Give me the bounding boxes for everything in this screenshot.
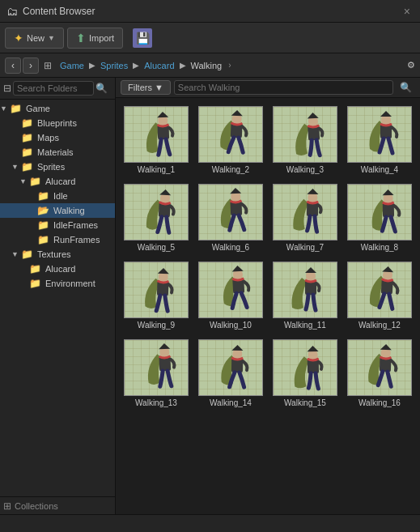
asset-item-w14[interactable]: Walking_14 [195,336,266,411]
tree-item-label: Maps [37,133,59,143]
content-search-icon[interactable]: 🔍 [397,80,415,95]
forward-button[interactable]: › [23,57,39,74]
asset-thumbnail [347,106,412,163]
asset-thumbnail [198,262,263,318]
asset-item-w4[interactable]: Walking_4 [344,103,415,177]
new-label: New [27,33,45,43]
sidebar-item-materials[interactable]: 📁Materials [0,145,115,160]
options-button[interactable]: ⚙ [407,60,415,70]
asset-thumbnail [124,262,189,318]
collections-icon: ⊞ [3,500,11,512]
sidebar: ⊟ 🔍 ▼📁Game📁Blueprints📁Maps📁Materials▼📁Sp… [0,78,116,514]
folder-icon: 📁 [37,190,49,202]
sidebar-item-runframes[interactable]: 📁RunFrames [0,232,115,247]
filters-arrow: ▼ [155,83,163,92]
asset-item-w12[interactable]: Walking_12 [344,258,415,333]
content-search-input[interactable] [174,80,393,95]
main-layout: ⊟ 🔍 ▼📁Game📁Blueprints📁Maps📁Materials▼📁Sp… [0,78,420,514]
asset-label: Walking_3 [273,165,337,174]
sidebar-item-alucard[interactable]: ▼📁Alucard [0,174,115,189]
sidebar-item-idle[interactable]: 📁Idle [0,189,115,203]
tree-item-label: Idle [53,191,68,201]
sidebar-item-textures[interactable]: ▼📁Textures [0,247,115,262]
sidebar-item-alucard-tex[interactable]: 📁Alucard [0,262,115,276]
asset-item-w3[interactable]: Walking_3 [269,103,341,177]
asset-label: Walking_14 [198,398,263,407]
asset-item-w1[interactable]: Walking_1 [121,103,192,177]
asset-item-w2[interactable]: Walking_2 [195,103,266,177]
tree-item-label: Sprites [37,162,65,172]
asset-item-w5[interactable]: Walking_5 [121,181,192,255]
asset-item-w13[interactable]: Walking_13 [121,336,192,411]
asset-item-w11[interactable]: Walking_11 [269,258,341,333]
new-icon: ✦ [14,32,23,45]
sidebar-item-walking[interactable]: 📂Walking [0,203,115,218]
asset-label: Walking_12 [347,321,412,330]
filters-button[interactable]: Filters ▼ [121,80,171,95]
sprite-icon [281,186,329,239]
toolbar: ✦ New ▼ ⬆ Import 💾 [0,23,420,53]
back-button[interactable]: ‹ [5,57,21,74]
sidebar-item-environment[interactable]: 📁Environment [0,276,115,291]
save-button[interactable]: 💾 [133,28,152,48]
asset-thumbnail [347,184,412,240]
tree-item-label: Materials [37,147,74,157]
import-icon: ⬆ [76,32,86,45]
asset-thumbnail [198,339,263,396]
import-button[interactable]: ⬆ Import [67,28,123,49]
breadcrumb: ‹ › ⊞ Game ▶ Sprites ▶ Alucard ▶ Walking… [0,53,420,78]
asset-thumbnail [273,184,337,240]
asset-thumbnail [198,106,263,163]
window-title: Content Browser [23,6,396,17]
sidebar-item-idleframes[interactable]: 📁IdleFrames [0,218,115,232]
folder-icon: 📁 [21,161,33,172]
folder-icon: 📁 [21,132,33,143]
tree-arrow: ▼ [11,250,19,258]
tree-arrow: ▼ [11,163,19,171]
new-button[interactable]: ✦ New ▼ [5,28,64,49]
breadcrumb-alucard[interactable]: Alucard [141,59,177,72]
tree-arrow: ▼ [0,104,8,113]
sidebar-item-maps[interactable]: 📁Maps [0,130,115,145]
sprite-icon [355,109,404,161]
tree-item-label: Alucard [45,177,75,186]
breadcrumb-sprites[interactable]: Sprites [97,59,131,72]
close-button[interactable]: × [401,5,414,18]
folder-icon: 📁 [21,147,33,158]
asset-item-w16[interactable]: Walking_16 [344,336,415,411]
folder-icon: 📁 [10,103,22,114]
sidebar-item-blueprints[interactable]: 📁Blueprints [0,116,115,130]
asset-label: Walking_6 [198,243,263,252]
sidebar-item-sprites[interactable]: ▼📁Sprites [0,160,115,174]
folder-icon: 📁 [37,234,49,245]
back-icon: ‹ [11,60,15,71]
import-label: Import [89,33,114,43]
asset-item-w15[interactable]: Walking_15 [269,336,341,411]
collections-button[interactable]: ⊞ Collections [0,496,115,514]
asset-item-w8[interactable]: Walking_8 [344,181,415,255]
asset-item-w10[interactable]: Walking_10 [195,258,266,333]
asset-label: Walking_11 [273,321,337,330]
asset-label: Walking_9 [124,321,189,330]
folder-search-bar: ⊟ 🔍 [0,78,115,100]
breadcrumb-game[interactable]: Game [57,59,87,72]
tree-item-label: Textures [37,249,71,259]
folder-search-expand[interactable]: ⊟ [3,83,11,94]
sprite-icon [355,186,404,239]
asset-item-w7[interactable]: Walking_7 [269,181,341,255]
asset-item-w9[interactable]: Walking_9 [121,258,192,333]
tree-arrow: ▼ [19,177,28,185]
asset-label: Walking_7 [273,243,337,252]
asset-item-w6[interactable]: Walking_6 [195,181,266,255]
tree-item-label: Blueprints [37,118,77,128]
tree-item-label: Environment [45,279,95,288]
tree-item-label: IdleFrames [53,220,98,230]
sidebar-item-game[interactable]: ▼📁Game [0,101,115,116]
asset-thumbnail [198,184,263,240]
folder-search-input[interactable] [13,81,94,96]
asset-label: Walking_4 [347,165,412,174]
asset-label: Walking_13 [124,398,189,407]
folder-search-icon: 🔍 [95,83,108,94]
content-area: Filters ▼ 🔍 Walking_1Walking_2Walking_3W… [116,78,420,514]
asset-label: Walking_16 [347,398,412,407]
